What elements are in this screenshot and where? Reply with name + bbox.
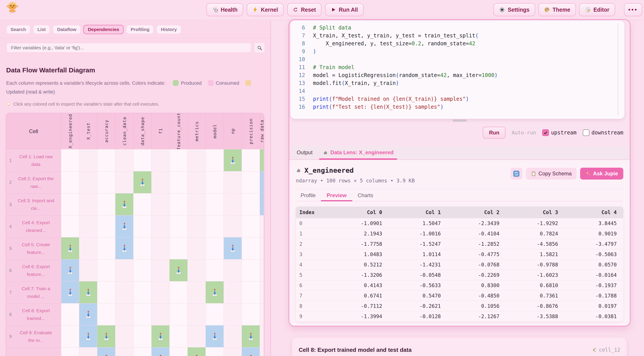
reset-icon [293,7,298,12]
waterfall-cell-np-row5[interactable] [224,237,242,259]
waterfall-cell-precision-row10[interactable] [242,347,260,356]
upstream-checkbox[interactable] [542,129,549,136]
resize-handle[interactable] [452,119,467,122]
refresh-button[interactable] [510,168,522,180]
cell-label: Cell 6: Export feature... [16,263,56,278]
waterfall-cell-model-row9[interactable] [206,325,224,347]
kernel-button[interactable]: Kernel [247,3,284,16]
waterfall-cell-accuracy-row9[interactable] [97,325,116,347]
tab-dependencies[interactable]: Dependencies [84,25,124,34]
downstream-checkbox[interactable] [583,129,590,136]
waterfall-cell-precision-row9[interactable] [242,325,260,347]
bulb-icon [6,102,11,107]
waterfall-cell-x-test-row9[interactable] [79,325,97,347]
filter-input[interactable] [6,43,252,53]
reset-button[interactable]: Reset [287,3,322,16]
waterfall-cell-metrics-row10[interactable] [188,347,206,356]
run-button[interactable]: Run [483,127,506,139]
waterfall-cell-clean-data-row9 [116,325,134,347]
upstream-option: upstream [542,129,576,136]
waterfall-cell-metrics-row8 [188,303,206,325]
waterfall-cell-raw-data-row1[interactable] [260,149,264,171]
waterfall-cell-x-test-row5 [79,237,97,259]
tab-output[interactable]: Output [297,146,312,159]
tab-profiling[interactable]: Profiling [126,25,154,34]
column-header-label: f1 [158,128,163,134]
cell-value: -3.4797 [565,239,623,249]
waterfall-cell-feature-count-row6[interactable] [170,259,188,281]
waterfall-cell-precision-row7 [242,281,260,303]
waterfall-cell-raw-data-row2[interactable] [260,171,264,193]
ask-jupie-button[interactable]: Ask Jupie [580,168,623,180]
waterfall-cell-accuracy-row10[interactable] [97,347,116,356]
tray-icon [248,354,254,356]
tab-search[interactable]: Search [6,25,30,34]
cell-value: -1.5247 [389,239,447,249]
next-cell-card[interactable]: Cell 8: Export trained model and test da… [292,338,627,356]
tab-list[interactable]: List [33,25,50,34]
column-header-raw-data: raw_data [260,113,264,149]
waterfall-cell-x-engineered-row5[interactable] [61,237,79,259]
waterfall-cell-np-row1[interactable] [224,149,242,171]
waterfall-cell-x-test-row8[interactable] [79,303,97,325]
waterfall-cell-metrics-row7 [188,281,206,303]
waterfall-cell-x-engineered-row7[interactable] [61,281,79,303]
cell-value: -1.0016 [389,229,447,239]
waterfall-cell-feature-count-row8 [170,303,188,325]
editor-button[interactable]: Editor [579,3,615,16]
tab-profile[interactable]: Profile [301,190,316,201]
waterfall-cell-f1-row9[interactable] [152,325,170,347]
code-token: X_engineered, y, test_size= [313,40,412,47]
line-number: 14 [290,87,313,95]
search-button[interactable] [254,43,265,53]
health-button[interactable]: Health [206,3,243,16]
line-number: 13 [290,79,313,87]
waterfall-tip-text: Click any colored cell to inspect the va… [14,102,159,107]
cell-label: Cell 10: Export [21,355,51,356]
waterfall-cell-accuracy-row3 [97,193,116,215]
copy-schema-button[interactable]: Copy Schema [526,168,576,180]
left-panel-tabs: SearchListDataflowDependenciesProfilingH… [6,25,270,34]
code-editor[interactable]: 6# Split data7X_train, X_test, y_train, … [290,21,624,119]
tab-charts[interactable]: Charts [358,190,373,201]
run-all-button[interactable]: Run All [325,3,364,16]
waterfall-cell-np-row9 [224,325,242,347]
waterfall-cell-accuracy-row5 [97,237,116,259]
settings-button[interactable]: Settings [493,3,535,16]
waterfall-cell-x-test-row7[interactable] [79,281,97,303]
more-button[interactable]: ••• [624,3,642,16]
search-icon [257,45,262,51]
snake-icon [592,348,597,353]
table-row: 70.67410.5470-0.48500.7361-0.1788 [296,291,623,301]
data-lens-actions: Copy Schema Ask Jupie [510,168,623,180]
code-line-12: 12model = LogisticRegression(random_stat… [290,71,624,79]
theme-button[interactable]: Theme [538,3,576,16]
waterfall-cell-clean-data-row5[interactable] [116,237,134,259]
code-token: print [313,104,329,110]
waterfall-cell-clean-data-row1 [116,149,134,171]
line-number: 11 [290,63,313,71]
tab-data-lens-x-engineered[interactable]: Data Lens: X_engineered [323,146,394,159]
code-token: ) [396,80,399,86]
code-line-6: 6# Split data [290,24,624,32]
cell-value: -0.4104 [447,229,506,239]
waterfall-cell-clean-data-row3[interactable] [116,193,134,215]
table-row: 8-0.7112-0.26210.1056-0.86760.0197 [296,301,623,311]
editor-scrollbar[interactable] [618,23,618,115]
tray-icon [85,288,92,296]
waterfall-cell-data-shape-row2[interactable] [134,171,152,193]
waterfall-cell-raw-data-row3[interactable] [260,193,264,215]
jupie-mascot-logo[interactable] [6,1,18,15]
cell-value: -1.2852 [447,239,506,249]
waterfall-cell-f1-row8 [152,303,170,325]
tab-history[interactable]: History [156,25,181,34]
tab-label: Output [297,149,312,156]
tab-dataflow[interactable]: Dataflow [53,25,81,34]
waterfall-cell-clean-data-row6 [116,259,134,281]
tab-preview[interactable]: Preview [327,190,347,201]
waterfall-cell-f1-row10[interactable] [152,347,170,356]
waterfall-cell-model-row7[interactable] [206,281,224,303]
waterfall-cell-clean-data-row4[interactable] [116,215,134,237]
code-line-11: 11# Train model [290,63,624,71]
waterfall-cell-x-engineered-row6[interactable] [61,259,79,281]
